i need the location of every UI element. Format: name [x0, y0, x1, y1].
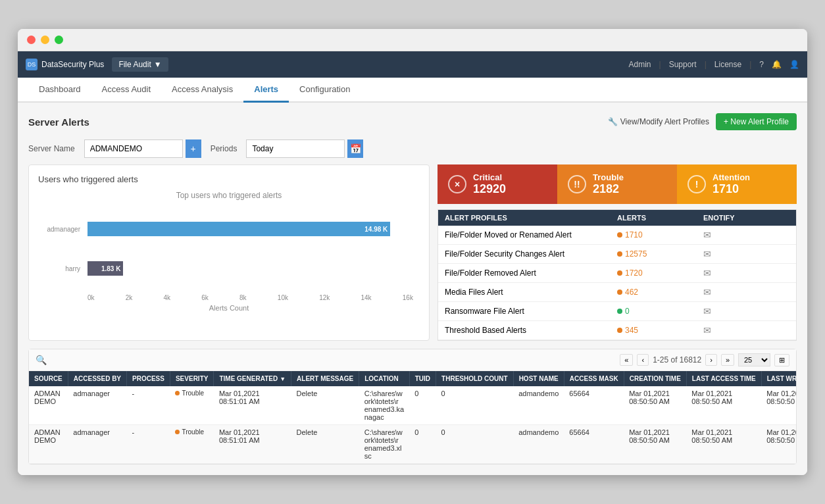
- critical-name: Critical: [473, 172, 506, 182]
- col-alert-profiles: ALERT PROFILES: [445, 214, 617, 222]
- next-page-button[interactable]: ›: [705, 354, 717, 366]
- email-icon-4[interactable]: ✉: [703, 306, 711, 316]
- col-last-access-time: LAST ACCESS TIME: [686, 371, 761, 386]
- alert-dot-3: [617, 290, 622, 295]
- tab-alerts[interactable]: Alerts: [243, 78, 289, 103]
- col-process: PROCESS: [127, 371, 170, 386]
- cell-last-access-0: Mar 01,2021 08:50:50 AM: [686, 386, 761, 425]
- alert-email-2: ✉: [703, 268, 789, 278]
- minimize-dot[interactable]: [41, 36, 49, 44]
- tab-access-analysis[interactable]: Access Analysis: [161, 78, 243, 103]
- last-page-button[interactable]: »: [721, 354, 734, 366]
- close-dot[interactable]: [27, 36, 36, 44]
- page-info: 1-25 of 16812: [653, 355, 701, 365]
- col-creation-time: CREATION TIME: [624, 371, 686, 386]
- cell-severity-1: Trouble: [170, 425, 213, 464]
- col-host-name: HOST NAME: [513, 371, 564, 386]
- x-axis-title: Alerts Count: [38, 304, 420, 312]
- email-icon-1[interactable]: ✉: [703, 249, 711, 259]
- maximize-dot[interactable]: [55, 36, 63, 44]
- x-label-16k: 16k: [403, 294, 413, 301]
- alert-count-5: 345: [617, 326, 703, 335]
- alert-count-val-3: 462: [625, 288, 638, 297]
- filter-bar: Server Name + Periods 📅: [28, 139, 797, 158]
- alert-count-0: 1710: [617, 230, 703, 239]
- file-audit-button[interactable]: File Audit ▼: [112, 57, 168, 72]
- search-button[interactable]: 🔍: [36, 355, 47, 365]
- per-page-select[interactable]: 25 50 100: [738, 353, 770, 366]
- cell-threshold-1: 0: [436, 425, 514, 464]
- page-header: Server Alerts 🔧 View/Modify Alert Profil…: [28, 113, 797, 130]
- data-toolbar: 🔍 « ‹ 1-25 of 16812 › » 25 50 100 ⊞: [29, 349, 796, 371]
- chart-y-axis: admanager harry: [38, 209, 84, 288]
- attention-icon: !: [688, 175, 706, 193]
- add-server-button[interactable]: +: [186, 139, 201, 158]
- alert-dot-2: [617, 270, 622, 276]
- chart-subtitle: Top users who triggered alerts: [38, 191, 420, 200]
- x-label-10k: 10k: [278, 294, 288, 301]
- calendar-button[interactable]: 📅: [347, 139, 363, 158]
- cell-severity-0: Trouble: [170, 386, 213, 425]
- first-page-button[interactable]: «: [620, 354, 633, 366]
- alert-email-4: ✉: [703, 306, 789, 316]
- y-label-harry: harry: [38, 265, 84, 272]
- brand-icon: DS: [26, 59, 38, 70]
- alert-name-4: Ransomware File Alert: [445, 307, 617, 316]
- server-name-input[interactable]: [84, 139, 183, 158]
- col-time-generated[interactable]: TIME GENERATED▼: [214, 371, 291, 386]
- table-row: ADMAN DEMO admanager - Trouble Mar 01,20…: [29, 425, 796, 464]
- alert-row-0: File/Folder Moved or Renamed Alert 1710 …: [438, 226, 796, 245]
- alert-row-1: File/Folder Security Changes Alert 12575…: [438, 245, 796, 264]
- cell-time-1: Mar 01,2021 08:51:01 AM: [214, 425, 291, 464]
- attention-name: Attention: [712, 172, 750, 182]
- view-modify-button[interactable]: 🔧 View/Modify Alert Profiles: [608, 117, 709, 126]
- bell-icon[interactable]: 🔔: [772, 60, 782, 69]
- bar-admanager-value: 14.98 K: [364, 226, 388, 233]
- support-link[interactable]: Support: [669, 60, 697, 69]
- bar-harry-value: 1.83 K: [101, 265, 120, 272]
- email-icon-3[interactable]: ✉: [703, 287, 711, 297]
- table-scroll: SOURCE ACCESSED BY PROCESS SEVERITY TIME…: [29, 371, 796, 464]
- alert-name-0: File/Folder Moved or Renamed Alert: [445, 230, 617, 239]
- divider3: |: [749, 60, 751, 69]
- cell-host-1: admandemo: [513, 425, 564, 464]
- tab-configuration[interactable]: Configuration: [289, 78, 361, 103]
- alert-row-2: File/Folder Removed Alert 1720 ✉: [438, 264, 796, 283]
- col-time-label: TIME GENERATED: [219, 375, 278, 382]
- server-name-group: +: [84, 139, 201, 158]
- severity-badge-1: Trouble: [175, 428, 208, 436]
- alert-count-2: 1720: [617, 268, 703, 278]
- col-alerts: ALERTS: [617, 214, 703, 222]
- email-icon-0[interactable]: ✉: [703, 230, 711, 240]
- x-label-0: 0k: [88, 294, 95, 301]
- severity-cards: × Critical 12920 !! Trouble 2182: [438, 164, 797, 204]
- trouble-count: 2182: [593, 182, 624, 196]
- chart-bars: 14.98 K 1.83 K: [88, 209, 413, 288]
- main-grid: Users who triggered alerts Top users who…: [28, 164, 797, 341]
- alert-count-3: 462: [617, 288, 703, 297]
- prev-page-button[interactable]: ‹: [637, 354, 649, 366]
- divider: |: [659, 60, 661, 69]
- server-name-label: Server Name: [28, 144, 75, 153]
- alert-email-1: ✉: [703, 249, 789, 259]
- alert-name-3: Media Files Alert: [445, 288, 617, 297]
- tab-dashboard[interactable]: Dashboard: [28, 78, 91, 103]
- help-icon[interactable]: ?: [759, 60, 764, 69]
- admin-link[interactable]: Admin: [629, 60, 651, 69]
- navbar: DS DataSecurity Plus File Audit ▼ Admin …: [18, 51, 807, 78]
- alert-count-val-2: 1720: [625, 268, 643, 278]
- new-alert-button[interactable]: + New Alert Profile: [716, 113, 797, 130]
- email-icon-5[interactable]: ✉: [703, 325, 711, 336]
- x-label-8k: 8k: [239, 294, 247, 301]
- export-button[interactable]: ⊞: [774, 354, 789, 366]
- periods-input[interactable]: [246, 139, 345, 158]
- attention-count: 1710: [712, 182, 750, 196]
- user-icon[interactable]: 👤: [789, 60, 799, 69]
- email-icon-2[interactable]: ✉: [703, 268, 711, 278]
- new-alert-label: + New Alert Profile: [724, 117, 789, 126]
- severity-card-critical: × Critical 12920: [438, 164, 557, 204]
- col-tuid: TUID: [409, 371, 436, 386]
- tab-access-audit[interactable]: Access Audit: [91, 78, 161, 103]
- license-link[interactable]: License: [714, 60, 741, 69]
- summary-panel: × Critical 12920 !! Trouble 2182: [438, 164, 797, 341]
